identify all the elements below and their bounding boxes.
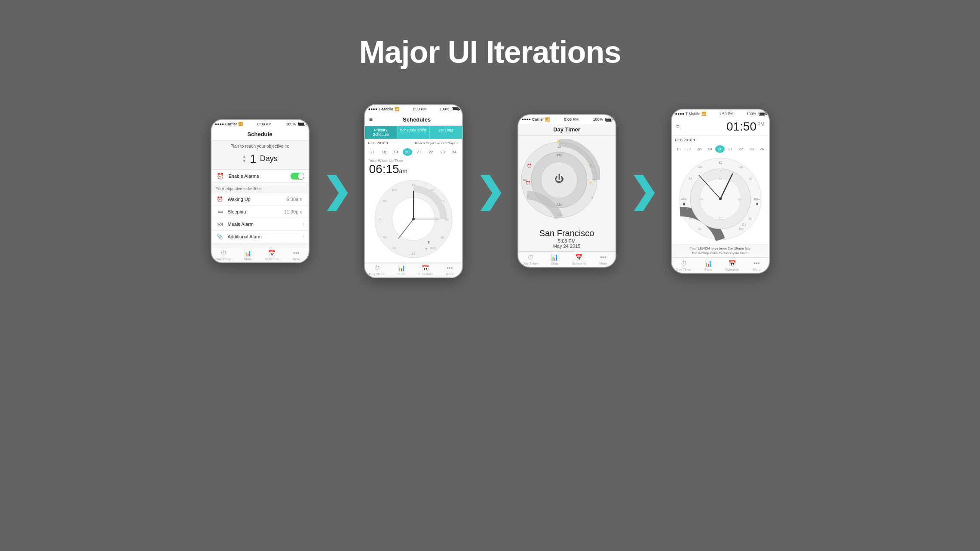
svg-text:8p: 8p (749, 217, 752, 220)
cal4-18[interactable]: 18 (695, 145, 704, 153)
additional-label: Additional Alarm (228, 234, 303, 239)
page-title: Major UI Iterations (359, 34, 621, 70)
tab2-more-icon: ••• (447, 265, 453, 271)
tab4-more-icon: ••• (753, 260, 760, 267)
list-item-meals[interactable]: 🍽 Meals Alarm › (211, 218, 309, 230)
tab2-sched-icon: 📅 (422, 265, 429, 271)
cal-day-21[interactable]: 21 (414, 148, 424, 156)
reach-label-2: Reach Objective in 0 Days ○ (415, 141, 458, 145)
svg-text:AM: AM (557, 203, 562, 207)
cal-day-18[interactable]: 18 (379, 148, 389, 156)
cal4-17[interactable]: 17 (684, 145, 694, 153)
list-item-sleeping[interactable]: 🛏 Sleeping 11:30pm (211, 205, 309, 218)
arrow-2: ❯ (476, 174, 505, 208)
sleeping-icon: 🛏 (216, 209, 224, 215)
clock-container-4: 12 6p– –6a 12 2p 4p 8p 10p 10a 8a 4a 2a … (672, 154, 769, 244)
svg-text:10a: 10a (697, 165, 702, 168)
svg-text:10p: 10p (738, 227, 744, 231)
tab-day-timer-2[interactable]: ⏱ Day Timer (365, 265, 389, 276)
enable-alarms-label: Enable Alarms (229, 174, 291, 179)
cal-header-2: FEB 2016 ▾ Reach Objective in 0 Days ○ (365, 139, 462, 147)
svg-text:6p–: 6p– (754, 197, 760, 201)
tab3-day-icon: ⏱ (527, 254, 533, 261)
list-item-additional[interactable]: 📎 Additional Alarm › (211, 230, 309, 243)
notification-line2: Press/Stop icons to check your lunch (675, 251, 766, 256)
cal-day-17[interactable]: 17 (368, 148, 377, 156)
tab-more-1[interactable]: ••• More (284, 250, 309, 261)
svg-text:⏸: ⏸ (427, 240, 430, 244)
tab3-sched-icon: 📅 (575, 254, 582, 261)
sleeping-value: 11:30pm (284, 209, 303, 214)
status-bar-4: ●●●● T-Mobile 📶 1:50 PM 100% (672, 110, 769, 118)
tab-day-timer-label: Day Timer (216, 257, 231, 261)
cal-day-19[interactable]: 19 (391, 148, 401, 156)
cal-day-24[interactable]: 24 (450, 148, 459, 156)
tab-schedule-label: Schedule (265, 257, 279, 261)
tab-day-timer-4[interactable]: ⏱ Day Timer (672, 260, 696, 271)
cal4-21[interactable]: 21 (726, 145, 735, 153)
cal4-16[interactable]: 16 (674, 145, 683, 153)
tab-more-4[interactable]: ••• More (744, 260, 769, 271)
cal-day-22[interactable]: 22 (426, 148, 435, 156)
tab-stats-1[interactable]: 📊 Stats (236, 250, 260, 261)
tab-schedule-4[interactable]: 📅 Schedule (720, 260, 745, 271)
svg-text:8a: 8a (689, 177, 692, 180)
list-item-waking-up[interactable]: ⏰ Waking Up 6:30am (211, 193, 309, 205)
seg-shifts[interactable]: Schedule Shifts (397, 126, 430, 139)
cal4-23[interactable]: 23 (747, 145, 756, 153)
svg-text:10p: 10p (430, 247, 435, 250)
status-bar-2: ●●●● T-Mobile 📶 1:50 PM 100% (365, 105, 462, 113)
svg-text:4p: 4p (749, 177, 752, 180)
tab-stats-icon: 📊 (244, 250, 251, 256)
tab-schedule-1[interactable]: 📅 Schedule (260, 250, 285, 261)
menu-icon-4[interactable]: ≡ (676, 123, 680, 130)
waking-label: Waking Up (228, 197, 287, 202)
phone-1: ●●●● Carrier 📶 8:08 AM 100% Schedule Pla… (211, 119, 309, 263)
seg-jetlags[interactable]: Jet Lags (430, 126, 462, 139)
svg-text:6p: 6p (738, 198, 741, 201)
svg-text:12: 12 (718, 161, 722, 164)
svg-text:2p: 2p (739, 165, 743, 169)
tab-stats-3[interactable]: 📊 Stats (542, 254, 567, 265)
carrier-4: ●●●● T-Mobile (675, 112, 701, 116)
city-date: May 24 2015 (518, 244, 616, 249)
arrow-up[interactable]: ▲ (242, 154, 246, 158)
alarms-toggle[interactable] (291, 173, 304, 180)
cal4-19[interactable]: 19 (705, 145, 714, 153)
tab2-stats-icon: 📊 (398, 265, 405, 271)
phone-4: ●●●● T-Mobile 📶 1:50 PM 100% ≡ 01:50PM F… (671, 109, 770, 274)
days-arrows[interactable]: ▲ ▼ (242, 154, 246, 163)
tab-schedule-3[interactable]: 📅 Schedule (567, 254, 591, 265)
cal4-22[interactable]: 22 (736, 145, 746, 153)
svg-text:⏸: ⏸ (718, 169, 722, 173)
menu-icon-2[interactable]: ≡ (369, 116, 373, 123)
enable-alarms-row[interactable]: ⏰ Enable Alarms (211, 169, 309, 183)
tab3-day-label: Day Timer (523, 262, 538, 265)
seg-primary[interactable]: Primary Schedule (365, 126, 398, 139)
clock-svg-4: 12 6p– –6a 12 2p 4p 8p 10p 10a 8a 4a 2a … (677, 156, 763, 242)
tab3-more-label: More (599, 262, 607, 265)
arrow-1: ❯ (322, 174, 351, 208)
tab-stats-4[interactable]: 📊 Stats (696, 260, 720, 271)
cal4-24[interactable]: 24 (757, 145, 766, 153)
tab-day-timer-3[interactable]: ⏱ Day Timer (518, 254, 543, 265)
cal4-20[interactable]: 20 (715, 145, 725, 153)
svg-point-18 (412, 218, 415, 220)
svg-text:8p: 8p (441, 236, 444, 239)
battery-icon-1 (298, 122, 305, 126)
tab-day-timer-1[interactable]: ⏱ Day Timer (211, 250, 236, 261)
tab-more-2[interactable]: ••• More (438, 265, 462, 276)
svg-text:4a: 4a (383, 236, 386, 239)
arrow-down[interactable]: ▼ (242, 159, 246, 163)
tab-stats-2[interactable]: 📊 Stats (389, 265, 413, 276)
tab-more-3[interactable]: ••• More (591, 254, 616, 265)
clock-svg-3: ⏻ AM PM 12 6p 6a 12 ⛅ ⛅ ⏰ ⏰ ⛅ ✦ ☽ (518, 139, 600, 221)
tab-schedule-2[interactable]: 📅 Schedule (413, 265, 438, 276)
cal-day-23[interactable]: 23 (438, 148, 447, 156)
cal-days-2: 17 18 19 20 21 22 23 24 (365, 147, 462, 157)
status-bar-1: ●●●● Carrier 📶 8:08 AM 100% (211, 120, 309, 128)
sleeping-label: Sleeping (228, 209, 284, 214)
cal-day-20[interactable]: 20 (403, 148, 412, 156)
carrier-3: ●●●● Carrier (522, 117, 544, 122)
svg-text:⏸: ⏸ (412, 198, 415, 201)
